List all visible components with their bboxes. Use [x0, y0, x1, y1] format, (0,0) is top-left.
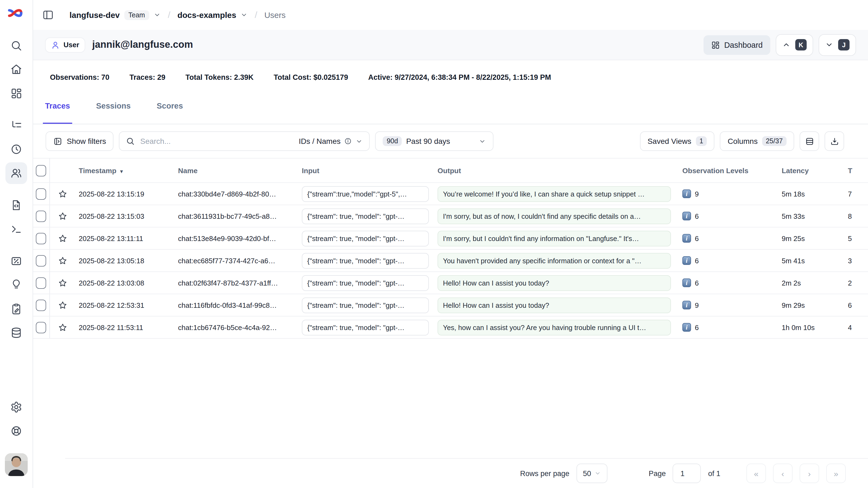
previous-page-button[interactable]: ‹ [773, 464, 793, 483]
panel-left-icon [42, 9, 54, 21]
search-input[interactable] [139, 136, 294, 146]
star-icon[interactable] [58, 234, 67, 243]
sidebar-toggle-button[interactable] [40, 7, 56, 23]
column-header-latency[interactable]: Latency [782, 166, 846, 175]
row-checkbox[interactable] [36, 322, 46, 333]
breadcrumb-project[interactable]: langfuse-dev [69, 10, 120, 20]
sidebar-item-insights[interactable] [5, 274, 27, 295]
cell-input[interactable]: {"stream": true, "model": "gpt-… [302, 208, 429, 224]
square-percent-icon [10, 255, 22, 267]
row-checkbox[interactable] [36, 233, 46, 244]
cell-input[interactable]: {"stream": true, "model": "gpt-… [302, 297, 429, 313]
chevron-down-icon[interactable] [154, 11, 161, 19]
sidebar-item-settings[interactable] [5, 396, 27, 418]
export-button[interactable] [825, 131, 844, 151]
cell-timestamp: 2025-08-22 13:03:08 [75, 279, 178, 287]
sidebar-item-support[interactable] [5, 420, 27, 442]
cell-input[interactable]: {"stream": true, "model": "gpt-… [302, 275, 429, 291]
cell-output[interactable]: You’re welcome! If you’d like, I can sha… [437, 186, 671, 202]
page-number-input[interactable] [673, 464, 701, 483]
tab-sessions[interactable]: Sessions [94, 94, 133, 124]
previous-item-button[interactable]: K [776, 34, 813, 56]
star-icon[interactable] [58, 189, 67, 199]
cell-output[interactable]: Hello! How can I assist you today? [437, 275, 671, 291]
cell-input[interactable]: {"stream": true, "model": "gpt-… [302, 253, 429, 268]
show-filters-button[interactable]: Show filters [45, 131, 114, 151]
column-header-input[interactable]: Input [299, 166, 434, 175]
sidebar-search-button[interactable] [5, 35, 27, 57]
star-icon[interactable] [58, 278, 67, 287]
cell-tokens-partial: 4 [846, 323, 868, 331]
info-level-icon: i [682, 323, 691, 332]
sidebar-item-annotation[interactable] [5, 298, 27, 320]
sidebar-item-datasets[interactable] [5, 322, 27, 344]
row-checkbox[interactable] [36, 277, 46, 288]
row-checkbox[interactable] [36, 188, 46, 200]
cell-output[interactable]: Yes, how can I assist you? Are you havin… [437, 319, 671, 335]
select-all-checkbox[interactable] [36, 165, 46, 176]
column-header-tokens[interactable]: T [846, 166, 868, 175]
langfuse-logo[interactable] [8, 6, 23, 20]
star-icon[interactable] [58, 301, 67, 310]
row-checkbox[interactable] [36, 210, 46, 222]
next-page-button[interactable]: › [800, 464, 819, 483]
cell-name: chat:3611931b-bc77-49c5-a8… [178, 212, 299, 220]
search-scope-dropdown[interactable]: IDs / Names [299, 137, 363, 146]
cell-output[interactable]: I'm sorry, but as of now, I couldn't fin… [437, 208, 671, 224]
cell-output[interactable]: You haven't provided any specific inform… [437, 253, 671, 268]
row-checkbox[interactable] [36, 255, 46, 266]
breadcrumb-environment[interactable]: docs-examples [178, 10, 237, 20]
cell-name: chat:ec685f77-7374-427c-a6… [178, 256, 299, 265]
sidebar-item-home[interactable] [5, 59, 27, 80]
cell-input[interactable]: {"stream": true, "model": "gpt-… [302, 231, 429, 246]
table-row[interactable]: 2025-08-22 13:05:18 chat:ec685f77-7374-4… [33, 250, 868, 272]
cell-name: chat:330bd4e7-d869-4b2f-80… [178, 190, 299, 198]
cell-latency: 9m 29s [782, 301, 846, 309]
cell-input[interactable]: {"stream":true,"model":"gpt-5",… [302, 186, 429, 202]
date-range-dropdown[interactable]: 90d Past 90 days [375, 131, 494, 151]
sidebar-item-dashboards[interactable] [5, 83, 27, 104]
user-avatar[interactable] [5, 453, 28, 476]
info-icon [344, 138, 352, 145]
sidebar-item-prompts[interactable] [5, 194, 27, 216]
columns-button[interactable]: Columns 25/37 [720, 131, 794, 151]
row-height-button[interactable] [800, 131, 819, 151]
search-box[interactable]: IDs / Names [119, 131, 370, 151]
top-navigation-bar: langfuse-dev Team / docs-examples / User… [33, 0, 868, 30]
sidebar-item-tracing[interactable] [5, 115, 27, 136]
sidebar-item-users[interactable] [5, 162, 27, 184]
tab-traces[interactable]: Traces [43, 94, 72, 124]
column-header-timestamp[interactable]: Timestamp▼ [75, 166, 178, 175]
star-icon[interactable] [58, 323, 67, 332]
rows-per-page-select[interactable]: 50 [577, 464, 608, 483]
table-row[interactable]: 2025-08-22 13:03:08 chat:02f63f47-87b2-4… [33, 272, 868, 294]
row-checkbox[interactable] [36, 299, 46, 311]
cell-name: chat:02f63f47-87b2-4377-a1ff… [178, 279, 299, 287]
table-row[interactable]: 2025-08-22 13:11:11 chat:513e84e9-9039-4… [33, 227, 868, 250]
last-page-button[interactable]: » [826, 464, 846, 483]
first-page-button[interactable]: « [746, 464, 766, 483]
dashboard-button[interactable]: Dashboard [704, 35, 770, 55]
tab-scores[interactable]: Scores [154, 94, 185, 124]
chevron-down-icon[interactable] [241, 11, 248, 19]
breadcrumb-section[interactable]: Users [265, 10, 285, 20]
column-header-name[interactable]: Name [178, 166, 299, 175]
gear-icon [10, 401, 22, 413]
sidebar-item-playground[interactable] [5, 218, 27, 240]
table-row[interactable]: 2025-08-22 11:53:11 chat:1cb67476-b5ce-4… [33, 316, 868, 339]
cell-output[interactable]: I'm sorry, but I couldn't find any infor… [437, 231, 671, 246]
cell-input[interactable]: {"stream": true, "model": "gpt-… [302, 319, 429, 335]
next-item-button[interactable]: J [818, 34, 856, 56]
column-header-output[interactable]: Output [434, 166, 679, 175]
star-icon[interactable] [58, 211, 67, 221]
cell-output[interactable]: Hello! How can I assist you today? [437, 297, 671, 313]
sidebar-item-sessions[interactable] [5, 139, 27, 160]
cell-latency: 9m 25s [782, 234, 846, 242]
table-row[interactable]: 2025-08-22 12:53:31 chat:116fbfdc-0fd3-4… [33, 294, 868, 316]
column-header-observation-levels[interactable]: Observation Levels [679, 166, 782, 175]
table-row[interactable]: 2025-08-22 13:15:03 chat:3611931b-bc77-4… [33, 205, 868, 227]
saved-views-button[interactable]: Saved Views 1 [640, 131, 715, 151]
star-icon[interactable] [58, 256, 67, 265]
sidebar-item-evaluation[interactable] [5, 250, 27, 272]
table-row[interactable]: 2025-08-22 13:15:19 chat:330bd4e7-d869-4… [33, 183, 868, 205]
